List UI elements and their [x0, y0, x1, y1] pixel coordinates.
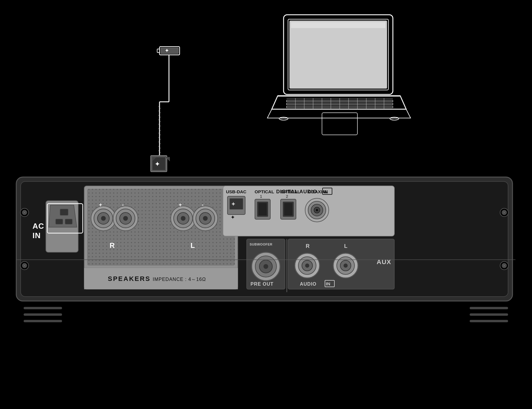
pre-out-label: PRE OUT [250, 282, 274, 287]
svg-rect-117 [284, 203, 292, 215]
svg-rect-141 [24, 320, 62, 322]
svg-rect-142 [470, 307, 508, 309]
ac-in-label-text: AC [32, 222, 44, 230]
svg-point-83 [101, 216, 106, 221]
svg-point-122 [316, 209, 318, 211]
svg-text:1: 1 [260, 194, 262, 199]
optical1-label: OPTICAL [255, 189, 274, 194]
main-diagram: ✦ [0, 0, 532, 409]
audio-r-label: R [306, 243, 310, 249]
audio-in-label: AUDIO [300, 282, 317, 287]
amplifier-body: AC IN [16, 177, 513, 301]
svg-text:+: + [179, 202, 182, 208]
svg-rect-139 [24, 307, 62, 309]
svg-rect-3 [289, 21, 387, 89]
left-stand [24, 307, 62, 322]
svg-point-132 [305, 264, 309, 268]
svg-rect-143 [470, 313, 508, 316]
svg-point-88 [123, 216, 128, 221]
svg-rect-140 [24, 313, 62, 316]
usb-dac-port-label: USB-DAC [226, 189, 246, 194]
svg-text:+: + [99, 202, 102, 208]
speakers-label: SPEAKERS [108, 275, 151, 282]
svg-text:IN: IN [32, 231, 41, 240]
svg-text:✦: ✦ [231, 215, 235, 220]
usb-plug-bottom: ✦ [151, 156, 170, 172]
coaxial-label: COAXIAL [308, 189, 328, 194]
optical2-label: OPTICAL [281, 189, 300, 194]
svg-point-98 [203, 216, 208, 221]
svg-text:L: L [191, 241, 196, 249]
right-stand [470, 307, 508, 322]
svg-text:✦: ✦ [155, 161, 160, 167]
audio-in-badge: IN [326, 281, 330, 286]
svg-rect-74 [65, 219, 72, 224]
svg-text:✦: ✦ [165, 48, 169, 53]
svg-point-136 [344, 264, 348, 268]
svg-text:2: 2 [286, 194, 288, 199]
svg-rect-27 [161, 48, 178, 54]
svg-point-93 [181, 216, 186, 221]
svg-text:✦: ✦ [231, 201, 235, 207]
svg-rect-144 [470, 320, 508, 322]
svg-point-127 [263, 264, 268, 269]
svg-rect-73 [56, 219, 63, 224]
audio-l-label: L [344, 243, 347, 249]
svg-rect-72 [60, 209, 68, 215]
svg-rect-4 [291, 22, 385, 28]
svg-text:R: R [110, 241, 115, 249]
diagram-svg: ✦ [0, 0, 532, 409]
subwoofer-label: SUBWOOFER [250, 243, 272, 246]
impedance-label: IMPEDANCE : 4～16Ω [153, 277, 206, 282]
svg-rect-113 [258, 203, 267, 215]
svg-text:-: - [202, 202, 204, 208]
aux-label: AUX [377, 258, 391, 266]
svg-text:-: - [122, 202, 124, 208]
